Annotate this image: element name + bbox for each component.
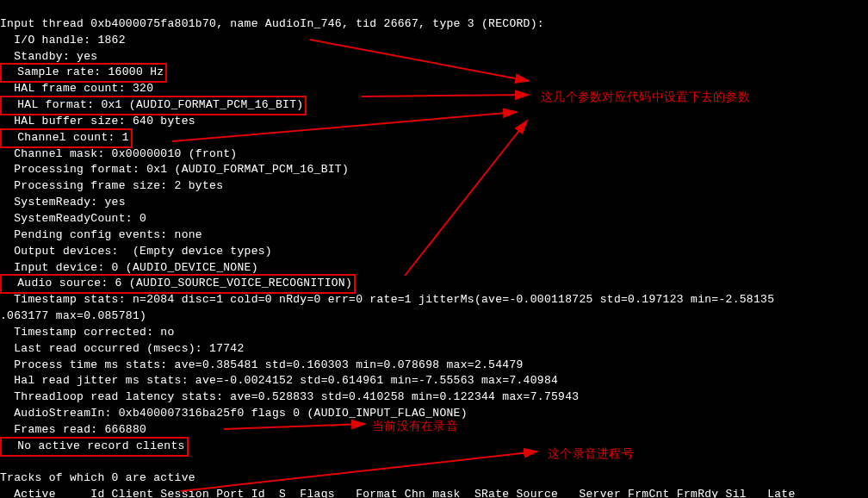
box-channel-count: Channel count: 1 — [0, 128, 133, 148]
box-audio-source: Audio source: 6 (AUDIO_SOURCE_VOICE_RECO… — [0, 274, 356, 294]
line-io-handle: I/O handle: 1862 — [0, 34, 126, 47]
line-threadloop-latency: Threadloop read latency stats: ave=0.528… — [0, 390, 579, 403]
box-no-active-clients: No active record clients — [0, 437, 189, 457]
line-timestamp-stats: Timestamp stats: n=2084 disc=1 cold=0 nR… — [0, 293, 774, 306]
table-header-row: Active Id Client Session Port Id S Flags… — [0, 488, 796, 498]
line-input-thread: Input thread 0xb4000075fa801b70, name Au… — [0, 17, 544, 30]
box-sample-rate: Sample rate: 16000 Hz — [0, 63, 167, 83]
line-processing-frame-size: Processing frame size: 2 bytes — [0, 179, 223, 192]
annotation-process-id: 这个录音进程号 — [548, 445, 634, 462]
line-processing-format: Processing format: 0x1 (AUDIO_FORMAT_PCM… — [0, 163, 349, 176]
line-last-read: Last read occurred (msecs): 17742 — [0, 342, 245, 355]
line-system-ready-count: SystemReadyCount: 0 — [0, 212, 146, 225]
line-pending-config: Pending config events: none — [0, 228, 202, 241]
line-tracks-active: Tracks of which 0 are active — [0, 471, 195, 484]
line-process-time: Process time ms stats: ave=0.385481 std=… — [0, 358, 524, 371]
line-standby: Standby: yes — [0, 50, 97, 63]
line-output-devices: Output devices: (Empty device types) — [0, 245, 272, 258]
line-frames-read: Frames read: 666880 — [0, 423, 146, 436]
line-input-device: Input device: 0 (AUDIO_DEVICE_NONE) — [0, 261, 258, 274]
line-timestamp-stats-cont: .063177 max=0.085781) — [0, 309, 146, 322]
line-channel-mask: Channel mask: 0x00000010 (front) — [0, 147, 237, 160]
box-hal-format: HAL format: 0x1 (AUDIO_FORMAT_PCM_16_BIT… — [0, 96, 307, 115]
line-hal-frame-count: HAL frame count: 320 — [0, 82, 153, 95]
line-hal-read-jitter: Hal read jitter ms stats: ave=-0.0024152… — [0, 374, 558, 387]
line-blank — [0, 456, 14, 469]
line-hal-buffer-size: HAL buffer size: 640 bytes — [0, 115, 195, 128]
line-system-ready: SystemReady: yes — [0, 196, 126, 209]
annotation-params: 这几个参数对应代码中设置下去的参数 — [541, 88, 750, 105]
line-timestamp-corrected: Timestamp corrected: no — [0, 326, 175, 339]
annotation-no-recording: 当前没有在录音 — [372, 417, 458, 434]
